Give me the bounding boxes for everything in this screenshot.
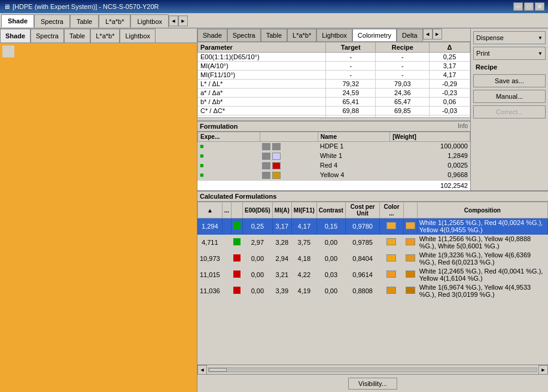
form-check: ■ (198, 141, 260, 151)
colorimetry-param: MI(F11/10°) (198, 71, 326, 80)
calc-row[interactable]: 4,711 2,97 3,28 3,75 0,00 0,9785 White 1… (198, 235, 548, 251)
calc-formulations-title: Calculated Formulations (200, 193, 276, 200)
visibility-button[interactable]: Visibility... (348, 378, 397, 390)
colorimetry-recipe: - (376, 62, 430, 71)
colorimetry-param: b* / Δb* (198, 98, 326, 107)
formulation-table: Expe... Name [Weight] ■ HDPE 1 100,0000 (197, 132, 470, 180)
scroll-thumb[interactable] (209, 368, 227, 372)
dispense-button[interactable]: Dispense ▼ (473, 31, 546, 44)
calc-row[interactable]: 1,294 0,25 3,17 4,17 0,15 0,9780 White 1… (198, 218, 548, 235)
colorimetry-param: a* / Δa* (198, 89, 326, 98)
calc-row[interactable]: 10,973 0,00 2,94 4,18 0,00 0,8404 White … (198, 251, 548, 267)
calc-cost: 0,9614 (345, 267, 379, 283)
calc-indicator (232, 267, 243, 283)
colorimetry-table: Parameter Target Recipe Δ E00(1:1:1)(D65… (197, 42, 470, 117)
correct-button[interactable]: Correct... (473, 105, 546, 118)
scroll-right-btn[interactable]: ► (538, 365, 548, 375)
calc-e00: 2,97 (243, 235, 273, 251)
tab-nav-prev[interactable]: ◄ (169, 16, 178, 26)
data-tab-nav-prev[interactable]: ◄ (423, 29, 433, 39)
colorimetry-target: 69,88 (326, 107, 376, 116)
calc-row[interactable]: 11,036 0,00 3,39 4,19 0,00 0,8808 White … (198, 283, 548, 299)
calc-col-mif11[interactable]: MI(F11) (291, 202, 316, 218)
calc-table-container[interactable]: ▲ ... E00(D65) MI(A) MI(F11) Contrast Co… (197, 202, 548, 364)
data-tab-table[interactable]: Table (261, 29, 287, 41)
calc-e00: 0,00 (243, 283, 273, 299)
formulation-row: ■ HDPE 1 100,0000 (198, 141, 470, 151)
form-swatches (260, 160, 318, 170)
calc-val: 10,973 (198, 251, 223, 267)
form-weight: 0,0025 (390, 160, 470, 170)
tab-lightbox[interactable]: Lightbox (130, 14, 169, 28)
print-button[interactable]: Print ▼ (473, 47, 546, 60)
tab-nav-next[interactable]: ► (178, 16, 188, 26)
left-tab-shade[interactable]: Shade (0, 29, 31, 42)
scroll-left-btn[interactable]: ◄ (197, 365, 207, 375)
calc-composition: White 1(9,3236 %G.), Yellow 4(6,6369 %G.… (417, 251, 547, 267)
close-button[interactable]: ✕ (535, 2, 544, 11)
colorimetry-row: L* / ΔL* 79,32 79,03 -0,29 (198, 80, 470, 89)
calc-col-more: ... (222, 202, 231, 218)
minimize-button[interactable]: — (513, 2, 523, 11)
formulation-section: Formulation Info Expe... Name [Weight] (197, 121, 470, 190)
calc-formulations-table: ▲ ... E00(D65) MI(A) MI(F11) Contrast Co… (197, 202, 548, 299)
data-tab-nav-next[interactable]: ► (433, 29, 442, 39)
left-tab-lightbox[interactable]: Lightbox (120, 29, 156, 42)
data-tab-delta[interactable]: Delta (397, 29, 423, 41)
colorimetry-target: - (326, 71, 376, 80)
calc-swatch2 (403, 283, 417, 299)
tab-spectra[interactable]: Spectra (34, 14, 70, 28)
left-tab-table[interactable]: Table (64, 29, 90, 42)
recipe-label: Recipe (473, 62, 546, 72)
left-tab-spectra[interactable]: Spectra (31, 29, 64, 42)
form-name: HDPE 1 (318, 141, 389, 151)
tab-table[interactable]: Table (70, 14, 99, 28)
calc-cost: 0,9780 (345, 218, 379, 235)
formulation-row: ■ White 1 1,2849 (198, 151, 470, 160)
main-container: Shade Spectra Table L*a*b* Lightbox ◄ ► … (0, 13, 548, 392)
calc-mif11: 4,19 (291, 283, 316, 299)
bottom-header: Calculated Formulations (197, 192, 548, 202)
window-title: [HDPE (with Expert System)] - NCS-S-0570… (13, 3, 159, 10)
calc-col-contrast[interactable]: Contrast (316, 202, 345, 218)
horizontal-scrollbar[interactable]: ◄ ► (197, 364, 548, 374)
calc-swatch1 (380, 218, 403, 235)
calc-col-color1: Color ... (380, 202, 403, 218)
form-name: White 1 (318, 151, 389, 160)
colorimetry-delta: 4,17 (430, 71, 470, 80)
calc-col-sort[interactable]: ▲ (198, 202, 223, 218)
calc-swatch2 (403, 235, 417, 251)
data-tab-shade[interactable]: Shade (197, 29, 227, 41)
form-weight: 0,9668 (390, 170, 470, 180)
maximize-button[interactable]: □ (524, 2, 534, 11)
calc-e00: 0,25 (243, 218, 273, 235)
calc-col-mia[interactable]: MI(A) (272, 202, 291, 218)
data-tab-colorimetry[interactable]: Colorimetry (352, 29, 397, 41)
colorimetry-param: E00(1:1:1)(D65/10°) (198, 53, 326, 62)
colorimetry-delta: -0,03 (430, 107, 470, 116)
data-tab-lightbox[interactable]: Lightbox (316, 29, 352, 41)
tab-shade[interactable]: Shade (1, 14, 34, 28)
calc-cost: 0,8808 (345, 283, 379, 299)
colorimetry-delta: 0,06 (430, 98, 470, 107)
calc-contrast: 0,00 (316, 251, 345, 267)
calc-col-indicator (232, 202, 243, 218)
colorimetry-target: 24,59 (326, 89, 376, 98)
calc-mif11: 4,17 (291, 218, 316, 235)
color-swatch (0, 43, 197, 392)
calc-row[interactable]: 11,015 0,00 3,21 4,22 0,03 0,9614 White … (198, 267, 548, 283)
form-check: ■ (198, 151, 260, 160)
calc-val: 1,294 (198, 218, 223, 235)
scroll-track[interactable] (208, 367, 537, 372)
calc-col-e00[interactable]: E00(D65) (243, 202, 273, 218)
left-tab-lab[interactable]: L*a*b* (90, 29, 120, 42)
colorimetry-recipe: 24,36 (376, 89, 430, 98)
calc-col-cost[interactable]: Cost per Unit (345, 202, 379, 218)
data-tab-lab[interactable]: L*a*b* (287, 29, 316, 41)
tab-lab[interactable]: L*a*b* (99, 14, 130, 28)
save-as-button[interactable]: Save as... (473, 74, 546, 87)
manual-button[interactable]: Manual... (473, 90, 546, 103)
data-tab-spectra[interactable]: Spectra (227, 29, 261, 41)
colorimetry-param: L* / ΔL* (198, 80, 326, 89)
form-swatches (260, 151, 318, 160)
